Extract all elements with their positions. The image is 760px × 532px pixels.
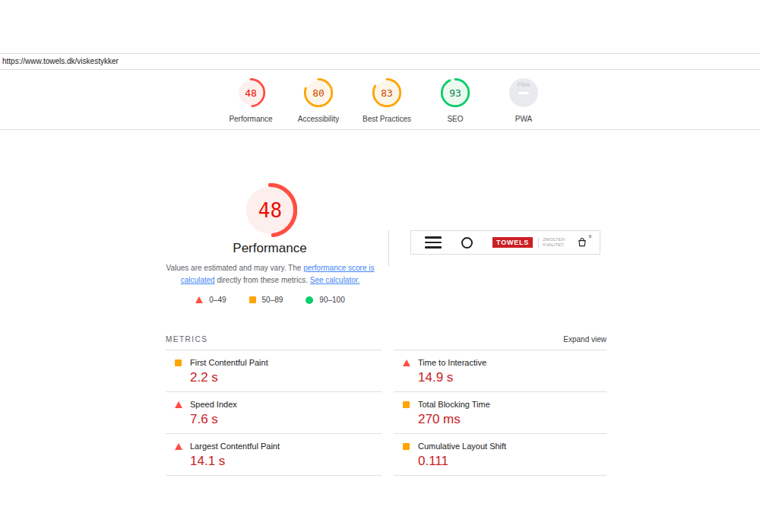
average-square-icon xyxy=(175,359,182,366)
metric-name: Time to Interactive xyxy=(418,358,486,367)
summary-gauge-seo: 93 SEO xyxy=(421,78,489,123)
average-square-icon xyxy=(403,401,410,408)
metric-cumulative-layout-shift[interactable]: Cumulative Layout Shift 0.111 xyxy=(394,434,606,476)
metrics-column-right: Time to Interactive 14.9 s Total Blockin… xyxy=(394,350,606,476)
metric-value: 7.6 s xyxy=(190,412,218,427)
description-text: directly from these metrics. xyxy=(215,276,310,284)
legend-fail: 0–49 xyxy=(195,296,226,304)
gauge-label[interactable]: Best Practices xyxy=(353,115,421,123)
gauge-label[interactable]: Accessibility xyxy=(284,115,353,123)
metrics-heading: METRICS xyxy=(166,335,208,344)
metric-value: 14.9 s xyxy=(418,370,453,385)
metric-name: Largest Contentful Paint xyxy=(190,442,280,451)
accessibility-gauge[interactable]: 80 xyxy=(304,78,333,107)
lighthouse-report: https://www.towels.dk/viskestykker 48 Pe… xyxy=(0,0,760,532)
metric-value: 2.2 s xyxy=(190,370,218,385)
cart-count: 0 xyxy=(589,234,591,239)
metric-name: Speed Index xyxy=(190,400,237,409)
gauge-score: 48 xyxy=(236,78,265,107)
tagline-line1: ZWOLTEX- xyxy=(543,237,566,242)
gauge-score: 83 xyxy=(372,78,401,107)
metric-value: 14.1 s xyxy=(190,454,225,469)
best-practices-gauge[interactable]: 83 xyxy=(372,78,401,107)
pass-circle-icon xyxy=(306,296,313,304)
page-screenshot-thumbnail[interactable]: TOWELS ZWOLTEX- KVALITET 0 xyxy=(410,230,600,255)
pwa-badge-text: PWA xyxy=(509,82,538,87)
metric-first-contentful-paint[interactable]: First Contentful Paint 2.2 s xyxy=(166,350,382,392)
page-url: https://www.towels.dk/viskestykker xyxy=(2,57,119,65)
divider xyxy=(388,230,389,267)
metric-largest-contentful-paint[interactable]: Largest Contentful Paint 14.1 s xyxy=(166,434,382,476)
fail-triangle-icon xyxy=(175,401,182,408)
average-square-icon xyxy=(249,296,256,303)
legend-pass: 90–100 xyxy=(306,296,344,304)
metric-time-to-interactive[interactable]: Time to Interactive 14.9 s xyxy=(394,350,606,392)
summary-gauge-best-practices: 83 Best Practices xyxy=(353,78,421,123)
pwa-gauge[interactable]: PWA xyxy=(509,78,538,107)
legend-range: 50–89 xyxy=(262,296,283,304)
metric-speed-index[interactable]: Speed Index 7.6 s xyxy=(166,392,382,434)
tagline-line2: KVALITET xyxy=(543,242,566,248)
performance-score-value: 48 xyxy=(243,183,297,237)
divider xyxy=(0,69,760,70)
performance-description: Values are estimated and may vary. The p… xyxy=(166,262,375,287)
summary-gauge-pwa: PWA PWA xyxy=(489,78,558,123)
expand-view-button[interactable]: Expand view xyxy=(394,335,606,344)
performance-gauge[interactable]: 48 xyxy=(236,78,265,107)
metric-name: First Contentful Paint xyxy=(190,358,268,367)
gauge-score: 80 xyxy=(304,78,333,107)
fail-triangle-icon xyxy=(195,296,203,303)
legend-range: 90–100 xyxy=(319,296,344,304)
fail-triangle-icon xyxy=(403,359,410,366)
description-text: Values are estimated and may vary. The xyxy=(166,264,303,272)
gauge-label[interactable]: PWA xyxy=(489,115,558,123)
average-square-icon xyxy=(403,443,410,450)
performance-title: Performance xyxy=(171,241,369,256)
metric-value: 0.111 xyxy=(418,454,448,469)
logo-tagline: ZWOLTEX- KVALITET xyxy=(538,237,566,248)
metrics-column-left: First Contentful Paint 2.2 s Speed Index… xyxy=(166,350,382,476)
score-legend: 0–49 50–89 90–100 xyxy=(166,296,375,304)
gauge-score: 93 xyxy=(441,78,470,107)
metric-name: Total Blocking Time xyxy=(418,400,490,409)
metric-value: 270 ms xyxy=(418,412,461,427)
gauge-label[interactable]: Performance xyxy=(217,115,285,123)
pwa-dash-icon xyxy=(518,92,529,94)
menu-icon xyxy=(425,236,442,249)
summary-gauge-accessibility: 80 Accessibility xyxy=(284,78,353,123)
legend-average: 50–89 xyxy=(249,296,283,304)
search-icon xyxy=(461,237,473,249)
legend-range: 0–49 xyxy=(209,296,226,304)
performance-score-gauge: 48 xyxy=(243,183,297,237)
metric-total-blocking-time[interactable]: Total Blocking Time 270 ms xyxy=(394,392,606,434)
divider xyxy=(0,53,760,54)
fail-triangle-icon xyxy=(175,443,182,450)
summary-gauge-performance: 48 Performance xyxy=(217,78,285,123)
see-calculator-link[interactable]: See calculator. xyxy=(310,276,360,284)
metric-name: Cumulative Layout Shift xyxy=(418,442,506,451)
towels-logo: TOWELS xyxy=(492,237,533,248)
divider xyxy=(0,129,760,130)
gauge-label[interactable]: SEO xyxy=(421,115,489,123)
seo-gauge[interactable]: 93 xyxy=(441,78,470,107)
cart-bag-icon: 0 xyxy=(577,237,587,248)
